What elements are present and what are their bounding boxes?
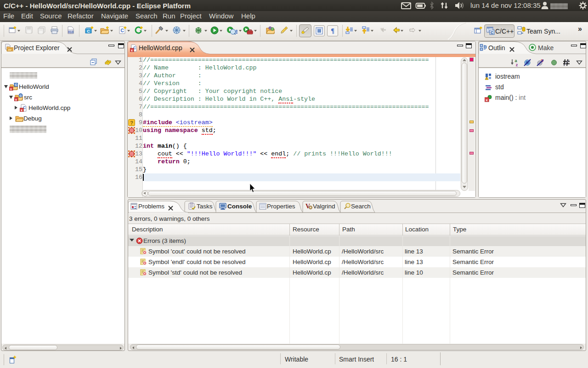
svg-text:C: C [87,29,90,34]
svg-text:x: x [131,49,133,52]
svg-text:!: ! [486,77,487,80]
svg-text:010: 010 [68,30,74,34]
svg-text:x: x [486,98,488,102]
svg-text:z: z [516,63,518,67]
svg-text:?: ? [130,120,133,126]
svg-text:C: C [491,30,493,35]
svg-text:x: x [21,109,23,112]
svg-text:¶: ¶ [331,28,334,34]
svg-text:C: C [15,83,17,87]
svg-text:C: C [120,28,124,33]
svg-text:C: C [19,94,22,98]
svg-text:x: x [10,87,12,91]
svg-text:x: x [15,98,17,101]
